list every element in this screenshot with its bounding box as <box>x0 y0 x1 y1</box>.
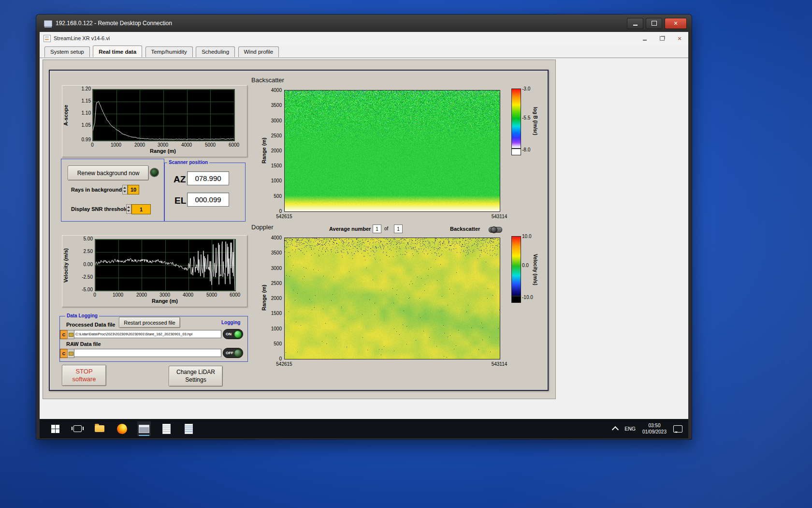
app-minimize-button[interactable] <box>636 33 653 44</box>
doppler-ytick: 500 <box>263 341 282 346</box>
switch-on-led <box>234 330 242 338</box>
firefox-button[interactable] <box>115 421 129 436</box>
processed-browse-icon[interactable] <box>67 330 74 339</box>
doppler-ytick: 0 <box>263 356 282 361</box>
app-window-taskbar-button[interactable] <box>137 421 151 436</box>
backscatter-cb-tick: -3.0 <box>522 86 530 91</box>
remote-desktop-view: StreamLine XR v14-6.vi × System setup Re… <box>40 32 688 438</box>
doppler-ytick: 2500 <box>263 281 282 286</box>
rdp-close-button[interactable]: ✕ <box>665 18 687 29</box>
renew-background-button[interactable]: Renew background now <box>68 165 149 180</box>
app-restore-button[interactable] <box>653 33 671 44</box>
velocity-xtick: 0 <box>93 292 96 298</box>
action-center-icon[interactable] <box>673 425 682 433</box>
doppler-cb-tick: -10.0 <box>522 295 533 300</box>
velocity-xtick: 5000 <box>206 292 217 298</box>
folder-icon <box>95 425 104 432</box>
logging-label: Logging <box>220 320 242 325</box>
backscatter-colorbar-label: log B (/m/sr) <box>533 94 538 148</box>
average-count-field[interactable]: 1 <box>394 224 403 233</box>
velocity-xtick: 6000 <box>230 292 240 298</box>
tab-system-setup[interactable]: System setup <box>44 46 90 57</box>
average-number-label: Average number <box>329 226 371 232</box>
taskbar-clock[interactable]: 03:50 01/09/2023 <box>642 422 667 435</box>
backscatter-display-toggle[interactable] <box>489 227 502 233</box>
language-indicator[interactable]: ENG <box>624 426 636 432</box>
app-titlebar[interactable]: StreamLine XR v14-6.vi × <box>40 32 688 45</box>
rdp-maximize-button[interactable] <box>646 18 662 29</box>
processed-path-field[interactable]: C:\Lidar\Data\Proc\2023\202309\20230901\… <box>74 330 221 338</box>
text-editor-button[interactable] <box>182 421 195 436</box>
close-icon: × <box>678 35 682 42</box>
average-number-field[interactable]: 1 <box>373 224 381 233</box>
tab-real-time-data[interactable]: Real time data <box>93 45 142 57</box>
task-view-icon <box>73 425 82 432</box>
vi-app-icon <box>44 35 51 42</box>
remote-desktop-icon <box>44 20 52 27</box>
blue-document-icon <box>185 424 193 434</box>
rays-value-field[interactable]: 10 <box>128 185 139 194</box>
tab-scheduling[interactable]: Scheduling <box>196 46 235 57</box>
processed-logging-switch[interactable]: ON <box>223 329 243 339</box>
restart-processed-file-button[interactable]: Restart processed file <box>119 317 180 328</box>
app-window-icon <box>139 425 149 433</box>
ascope-xtick: 6000 <box>229 142 239 148</box>
scanner-position-title: Scanner position <box>167 160 209 165</box>
velocity-xtick: 3000 <box>160 292 170 298</box>
raw-browse-icon[interactable] <box>67 349 74 358</box>
clock-date: 01/09/2023 <box>642 429 667 435</box>
ascope-ytick: 1.15 <box>75 98 91 104</box>
task-view-button[interactable] <box>71 421 84 436</box>
firefox-icon <box>117 424 127 434</box>
switch-on-label: ON <box>226 332 232 336</box>
ascope-xtick: 0 <box>91 142 94 148</box>
tab-temp-humidity[interactable]: Temp/humidity <box>145 46 193 57</box>
ascope-y-axis-label: A-scope <box>63 96 69 134</box>
renew-background-led[interactable] <box>150 168 159 177</box>
velocity-ytick: 5.00 <box>75 236 93 241</box>
backscatter-ytick: 1000 <box>263 178 282 183</box>
rdp-minimize-button[interactable] <box>627 18 643 29</box>
backscatter-ytick: 2000 <box>263 148 282 153</box>
velocity-ytick: -5.00 <box>75 287 93 292</box>
start-button[interactable] <box>48 421 62 436</box>
doppler-cb-tick: 10.0 <box>522 234 531 239</box>
minimize-icon <box>643 40 647 41</box>
backscatter-cb-tick: -5.5 <box>522 115 530 120</box>
scan-scheduler-button[interactable] <box>160 421 173 436</box>
rays-spinner[interactable] <box>122 185 128 194</box>
snr-spinner[interactable] <box>126 204 131 214</box>
el-value-field[interactable]: 000.099 <box>187 193 229 207</box>
snr-threshold-label: Display SNR threshold <box>71 206 129 212</box>
az-value-field[interactable]: 078.990 <box>187 171 229 185</box>
stop-software-button[interactable]: STOP software <box>62 365 106 386</box>
rdp-titlebar[interactable]: 192.168.0.122 - Remote Desktop Connectio… <box>36 15 692 32</box>
show-hidden-icons-chevron[interactable] <box>612 426 619 433</box>
vi-front-panel: A-scope 1.20 1.15 1.10 1.05 0.99 0 1000 … <box>43 60 556 399</box>
snr-value-field[interactable]: 1 <box>131 204 151 214</box>
raw-drive-box[interactable]: C <box>60 349 68 358</box>
average-of-label: of <box>384 226 388 231</box>
raw-logging-switch[interactable]: OFF <box>223 348 243 358</box>
file-explorer-button[interactable] <box>93 421 106 436</box>
restore-icon <box>660 36 665 41</box>
processed-drive-box[interactable]: C <box>60 330 68 339</box>
ascope-ytick: 1.10 <box>75 110 91 116</box>
doppler-ytick: 1500 <box>263 311 282 316</box>
windows-taskbar: ENG 03:50 01/09/2023 <box>40 419 688 438</box>
az-label: AZ <box>174 174 186 185</box>
maximize-icon <box>652 21 657 26</box>
stop-button-line2: software <box>72 375 96 383</box>
tab-wind-profile[interactable]: Wind profile <box>238 46 279 57</box>
doppler-cb-tick: 0.0 <box>522 263 529 268</box>
velocity-ytick: 0.00 <box>75 262 93 267</box>
clock-time: 03:50 <box>642 422 667 429</box>
app-close-button[interactable]: × <box>671 33 688 44</box>
raw-path-field[interactable] <box>74 349 221 357</box>
ascope-xtick: 5000 <box>205 142 216 148</box>
change-lidar-settings-button[interactable]: Change LiDAR Settings <box>169 366 223 387</box>
backscatter-ytick: 4000 <box>263 88 282 93</box>
backscatter-toggle-label: Backscatter <box>450 226 480 232</box>
velocity-xtick: 1000 <box>113 292 123 298</box>
backscatter-ytick: 3000 <box>263 118 282 123</box>
